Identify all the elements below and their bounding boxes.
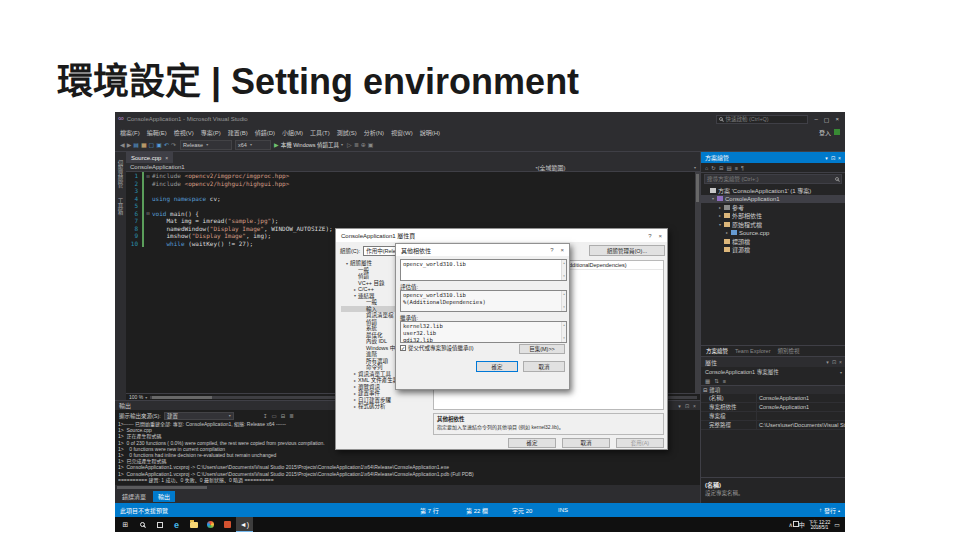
start-without-debug-icon[interactable]: ▷ bbox=[347, 142, 352, 148]
scrollbar-thumb[interactable] bbox=[152, 396, 212, 399]
panel-tab[interactable]: 方案總管 bbox=[703, 347, 731, 355]
scroll-down-icon[interactable]: ▾ bbox=[563, 304, 565, 311]
config-tree-item[interactable]: ▸程式碼分析 bbox=[341, 403, 431, 410]
ime-mode-icon[interactable]: 中 bbox=[799, 522, 805, 528]
scrollbar-thumb[interactable] bbox=[117, 486, 207, 489]
close-panel-icon[interactable]: × bbox=[839, 359, 842, 365]
solution-tree-item[interactable]: ▸Source.cpp bbox=[701, 229, 845, 238]
chevron-down-icon[interactable]: ▾ bbox=[678, 403, 681, 409]
se-toolbar-icon-3[interactable]: ▤ bbox=[727, 165, 732, 171]
fold-marker-icon[interactable]: ⊟ bbox=[144, 173, 152, 179]
solution-tree-item[interactable]: 方案 'ConsoleApplication1' (1 專案) bbox=[701, 186, 845, 195]
solution-tree-item[interactable]: ▸外部相依性 bbox=[701, 212, 845, 221]
help-icon[interactable]: ? bbox=[648, 233, 651, 239]
document-tab[interactable]: Source.cpp × bbox=[126, 152, 173, 163]
menu-item[interactable]: 編輯(E) bbox=[147, 128, 167, 137]
properties-toolbar-icon-2[interactable]: ≡ bbox=[723, 378, 726, 384]
scroll-up-icon[interactable]: ▴ bbox=[563, 322, 565, 329]
solution-tree-item[interactable]: ▸參考 bbox=[701, 203, 845, 212]
bottom-panel-tab[interactable]: 輸出 bbox=[153, 491, 175, 502]
task-view-button[interactable] bbox=[151, 517, 168, 532]
close-icon[interactable]: × bbox=[658, 233, 662, 239]
se-toolbar-icon-5[interactable]: ¶ bbox=[741, 165, 744, 171]
se-toolbar-icon-2[interactable]: ⊟ bbox=[719, 165, 724, 171]
file-explorer-icon[interactable] bbox=[185, 517, 202, 532]
menu-item[interactable]: 視窗(W) bbox=[391, 128, 413, 137]
maximize-button[interactable]: ▢ bbox=[824, 116, 830, 123]
solution-platform-combo[interactable]: x64▾ bbox=[235, 140, 271, 150]
nav-back-icon[interactable]: ◀ bbox=[120, 142, 125, 148]
property-row[interactable]: 完整路徑C:\Users\user\Documents\Visual Studi… bbox=[701, 421, 845, 430]
menu-item[interactable]: 說明(H) bbox=[420, 128, 440, 137]
solution-tree-item[interactable]: 標頭檔 bbox=[701, 237, 845, 246]
scroll-down-icon[interactable]: ▾ bbox=[563, 335, 565, 342]
volume-app-icon[interactable]: ◄) bbox=[236, 517, 253, 532]
chevron-down-icon[interactable]: ▾ bbox=[826, 359, 829, 365]
output-horizontal-scrollbar[interactable] bbox=[115, 485, 700, 490]
maximize-panel-icon[interactable]: ⊡ bbox=[832, 359, 836, 365]
menu-item[interactable]: 測試(S) bbox=[337, 128, 357, 137]
panel-tab[interactable]: Team Explorer bbox=[732, 348, 773, 354]
quick-launch-input[interactable]: 快速啟動 (Ctrl+Q) bbox=[716, 115, 808, 124]
toolbox-tab[interactable]: 工具箱 bbox=[117, 198, 125, 215]
close-button[interactable]: × bbox=[835, 116, 839, 123]
cancel-button[interactable]: 取消 bbox=[562, 438, 610, 448]
solution-tree-item[interactable]: ▾ConsoleApplication1 bbox=[701, 195, 845, 204]
property-category[interactable]: ⊟ 雜項 bbox=[701, 386, 845, 394]
close-icon[interactable]: × bbox=[560, 247, 564, 253]
sign-in-button[interactable]: 登入 bbox=[819, 128, 831, 137]
menu-item[interactable]: 小組(M) bbox=[282, 128, 303, 137]
close-panel-icon[interactable]: × bbox=[838, 155, 841, 161]
scroll-up-icon[interactable]: ▴ bbox=[563, 291, 565, 298]
menu-item[interactable]: 專案(P) bbox=[201, 128, 221, 137]
maximize-panel-icon[interactable]: ⊡ bbox=[685, 403, 689, 409]
action-center-icon[interactable]: ▭ bbox=[834, 521, 840, 528]
solution-search-input[interactable]: 搜尋方案總管 (Ctrl+;) bbox=[704, 174, 842, 184]
find-icon[interactable]: ▣ bbox=[368, 142, 374, 148]
menu-item[interactable]: 工具(T) bbox=[310, 128, 330, 137]
close-panel-icon[interactable]: × bbox=[693, 403, 696, 409]
publish-button[interactable]: ↑ 發行 ▴ bbox=[819, 506, 840, 515]
office-app-icon[interactable] bbox=[219, 517, 236, 532]
close-tab-icon[interactable]: × bbox=[165, 155, 168, 161]
properties-toolbar-icon-0[interactable]: ▦ bbox=[705, 378, 710, 384]
save-all-icon[interactable]: ▣ bbox=[156, 142, 162, 148]
undo-icon[interactable]: ↶ bbox=[164, 142, 169, 148]
dependencies-input[interactable]: opencv_world310.lib ▴▾ bbox=[400, 259, 567, 281]
menu-item[interactable]: 偵錯(D) bbox=[255, 128, 275, 137]
property-row[interactable]: 專案檔 bbox=[701, 412, 845, 421]
start-debug-button[interactable]: ▶ 本機 Windows 偵錯工具 ▾ bbox=[274, 141, 343, 149]
field-scrollbar[interactable]: ▴▾ bbox=[561, 260, 566, 280]
scroll-up-icon[interactable]: ▴ bbox=[563, 260, 565, 267]
se-toolbar-icon-1[interactable]: ↻ bbox=[711, 165, 716, 171]
nav-forward-icon[interactable]: ▶ bbox=[127, 142, 132, 148]
panel-tab[interactable]: 類別檢視 bbox=[774, 347, 802, 355]
properties-toolbar-icon-1[interactable]: ⇅ bbox=[714, 378, 719, 384]
minimize-button[interactable]: – bbox=[814, 116, 817, 123]
server-explorer-tab[interactable]: 伺服器總管 bbox=[117, 160, 125, 188]
redo-icon[interactable]: ↷ bbox=[171, 142, 176, 148]
break-all-icon[interactable]: ≣ bbox=[354, 142, 359, 148]
step-over-icon[interactable]: ⊕ bbox=[361, 142, 366, 148]
apply-button[interactable]: 套用(A) bbox=[616, 438, 664, 448]
help-icon[interactable]: ? bbox=[550, 247, 553, 253]
fold-marker-icon[interactable]: ⊟ bbox=[144, 210, 152, 216]
clear-all-icon[interactable]: ▭ bbox=[271, 413, 276, 419]
solution-tree-item[interactable]: 資源檔 bbox=[701, 246, 845, 255]
properties-object-combo[interactable]: ConsoleApplication1 專案屬性 ▾ bbox=[701, 367, 845, 377]
ok-button[interactable]: 確定 bbox=[476, 361, 518, 372]
find-message-icon[interactable]: ↧ bbox=[263, 413, 268, 419]
macros-button[interactable]: 巨集(M)>> bbox=[519, 344, 565, 354]
taskbar-clock[interactable]: 下午 12:22 2018/5/1 bbox=[809, 520, 831, 530]
project-scope-dropdown[interactable]: ConsoleApplication1 ▾ bbox=[130, 164, 538, 170]
word-wrap-icon[interactable]: ⊟ bbox=[281, 413, 286, 419]
menu-item[interactable]: 檔案(F) bbox=[120, 128, 140, 137]
solution-config-combo[interactable]: Release▾ bbox=[180, 140, 232, 150]
inherit-checkbox[interactable]: ✓ bbox=[400, 345, 406, 351]
scrollbar-thumb[interactable] bbox=[696, 174, 699, 202]
bottom-panel-tab[interactable]: 錯誤清單 bbox=[117, 491, 151, 502]
toggle-output-icon[interactable]: ≣ bbox=[289, 413, 294, 419]
menu-item[interactable]: 分析(N) bbox=[364, 128, 384, 137]
se-toolbar-icon-4[interactable]: ≡ bbox=[735, 165, 738, 171]
member-scope-dropdown[interactable]: (全域範圍) ▾ bbox=[538, 163, 696, 172]
